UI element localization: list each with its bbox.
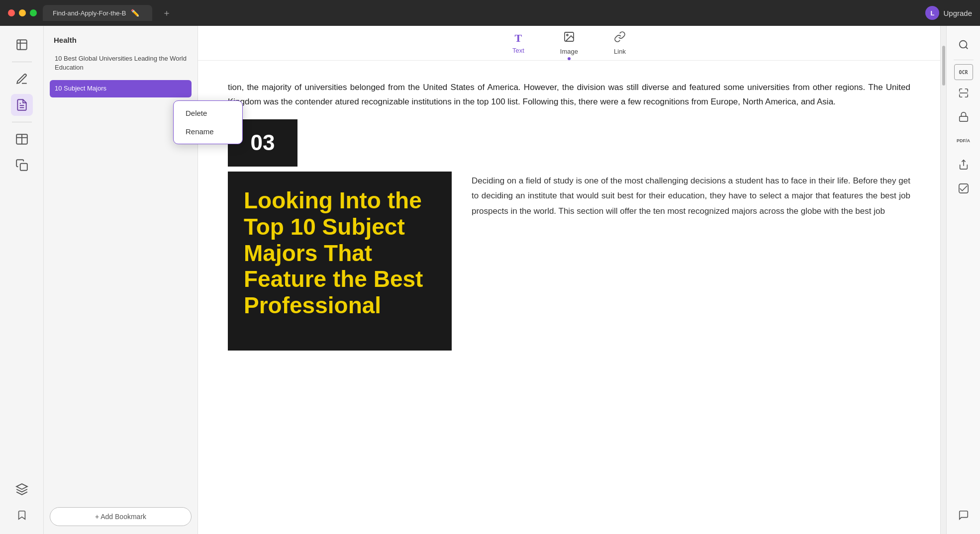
chat-icon[interactable]: [953, 504, 975, 526]
section-number: 03: [251, 124, 275, 162]
user-avatar: L: [925, 6, 939, 20]
lock-icon[interactable]: [953, 106, 975, 128]
sidebar-icon-annotate[interactable]: [11, 68, 33, 90]
section-image-row: Looking Into the Top 10 Subject Majors T…: [228, 172, 910, 351]
svg-point-11: [567, 34, 568, 36]
sidebar-icon-bookmarks[interactable]: [11, 34, 33, 56]
left-sidebar: [0, 26, 44, 534]
ocr-icon[interactable]: OCR: [954, 64, 973, 80]
pdfa-icon[interactable]: PDF/A: [953, 130, 975, 152]
panel-category: Health: [50, 34, 192, 46]
document-content: tion, the majority of universities belon…: [198, 61, 940, 534]
tab-title: Find-and-Apply-For-the-B: [53, 9, 126, 17]
context-menu-rename[interactable]: Rename: [174, 122, 242, 141]
sidebar-icon-notes[interactable]: [11, 94, 33, 116]
svg-point-12: [959, 41, 967, 48]
search-icon[interactable]: [953, 34, 975, 56]
svg-marker-9: [16, 484, 27, 489]
new-tab-button[interactable]: ＋: [162, 7, 171, 19]
sidebar-icon-layers[interactable]: [11, 478, 33, 500]
toolbar-text-button[interactable]: T Text: [502, 28, 534, 58]
titlebar: Find-and-Apply-For-the-B ✏️ ＋ L Upgrade: [0, 0, 980, 26]
scrollbar[interactable]: [940, 26, 946, 534]
section-description: Deciding on a field of study is one of t…: [472, 172, 910, 351]
context-menu-delete[interactable]: Delete: [174, 104, 242, 122]
toolbar-link-button[interactable]: Link: [604, 27, 636, 59]
sidebar-icon-copy[interactable]: [11, 154, 33, 176]
add-bookmark-button[interactable]: + Add Bookmark: [50, 507, 192, 526]
paragraph-1: tion, the majority of universities belon…: [228, 81, 910, 109]
right-sidebar-divider-1: [954, 60, 974, 60]
section-image-text: Looking Into the Top 10 Subject Majors T…: [244, 187, 436, 319]
share-icon[interactable]: [953, 154, 975, 176]
upgrade-button[interactable]: L Upgrade: [925, 6, 972, 20]
sidebar-icon-pages[interactable]: [11, 128, 33, 150]
right-sidebar: OCR PDF/A: [946, 26, 980, 534]
image-icon: [563, 31, 575, 46]
bookmarks-panel: Health 10 Best Global Universities Leadi…: [44, 26, 198, 534]
text-label: Text: [512, 47, 524, 54]
minimize-button[interactable]: [19, 9, 26, 16]
link-icon: [614, 31, 626, 46]
sidebar-divider-2: [12, 122, 32, 122]
svg-line-13: [966, 47, 968, 49]
pdfa-label: PDF/A: [957, 138, 970, 143]
scan-icon[interactable]: [953, 82, 975, 104]
panel-item-universities[interactable]: 10 Best Global Universities Leading the …: [50, 50, 192, 76]
svg-rect-8: [20, 164, 27, 171]
active-tab[interactable]: Find-and-Apply-For-the-B ✏️: [43, 5, 152, 21]
sidebar-icon-bookmark[interactable]: [11, 504, 33, 526]
section-image: Looking Into the Top 10 Subject Majors T…: [228, 172, 452, 351]
content-area: T Text Image: [198, 26, 940, 534]
text-icon: T: [515, 32, 522, 45]
traffic-lights: [8, 9, 37, 16]
toolbar: T Text Image: [198, 26, 940, 61]
upgrade-label: Upgrade: [943, 9, 972, 17]
close-button[interactable]: [8, 9, 15, 16]
toolbar-image-button[interactable]: Image: [550, 27, 588, 59]
maximize-button[interactable]: [30, 9, 37, 16]
svg-rect-15: [959, 116, 968, 121]
scrollbar-thumb[interactable]: [942, 46, 945, 86]
check-icon[interactable]: [953, 178, 975, 199]
active-tab-indicator: [568, 57, 571, 60]
tab-edit-icon[interactable]: ✏️: [131, 9, 139, 17]
svg-rect-0: [17, 40, 27, 50]
panel-item-subject-majors[interactable]: 10 Subject Majors: [50, 80, 192, 97]
main-container: Health 10 Best Global Universities Leadi…: [0, 26, 980, 534]
link-label: Link: [614, 48, 626, 55]
image-label: Image: [560, 48, 578, 55]
context-menu: Delete Rename: [173, 100, 243, 144]
sidebar-divider-1: [12, 62, 32, 62]
